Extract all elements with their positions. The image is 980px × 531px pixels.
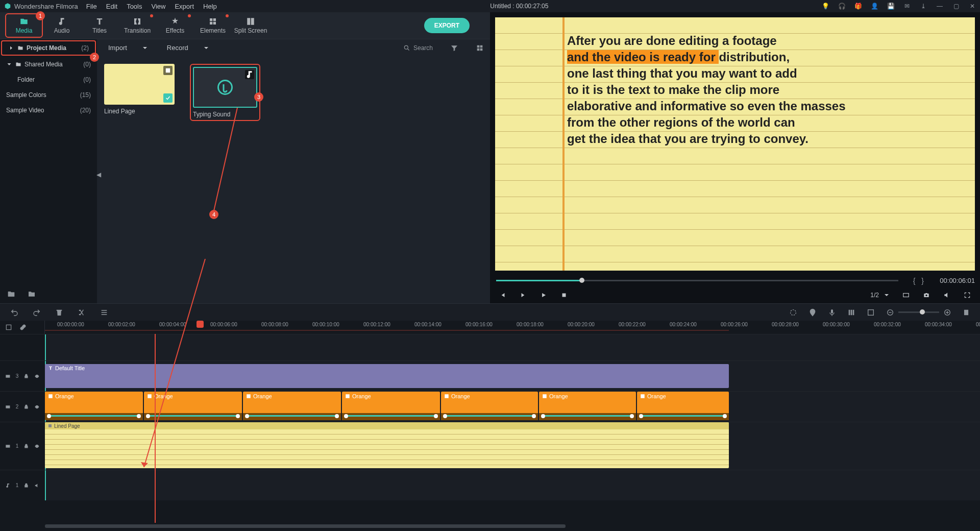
sidebar-item-project-media[interactable]: Project Media (2) 2: [1, 40, 96, 56]
record-dropdown[interactable]: Record: [162, 41, 214, 55]
ruler-tick: 00:00:14:00: [414, 322, 442, 327]
close-icon[interactable]: ✕: [969, 3, 976, 10]
render-icon[interactable]: [789, 308, 797, 317]
ruler-tick: 00:00:00:00: [57, 322, 84, 327]
menu-file[interactable]: File: [86, 3, 97, 10]
tab-media[interactable]: Media 1: [5, 13, 43, 38]
play-icon[interactable]: [540, 292, 547, 299]
zoom-slider[interactable]: [886, 308, 951, 317]
import-dropdown[interactable]: Import: [103, 41, 153, 55]
marker1-icon[interactable]: [808, 308, 817, 317]
menu-help[interactable]: Help: [203, 3, 217, 10]
prev-frame-icon[interactable]: [499, 292, 506, 299]
zoom-in-icon[interactable]: [943, 308, 951, 317]
gift-icon[interactable]: 🎁: [854, 3, 862, 10]
orange-clip[interactable]: Orange: [342, 392, 440, 420]
collapse-sidebar-icon[interactable]: ◀: [96, 171, 101, 178]
preview-text: After you are done editing a footageand …: [567, 33, 846, 147]
quality-icon[interactable]: [902, 292, 910, 299]
undo-icon[interactable]: [10, 308, 18, 317]
marker2-icon[interactable]: [867, 308, 875, 317]
tab-titles[interactable]: Titles: [81, 13, 118, 38]
redo-icon[interactable]: [33, 308, 41, 317]
orange-clip[interactable]: Orange: [45, 392, 143, 420]
zoom-out-icon[interactable]: [886, 308, 894, 317]
ruler-tick: 00:00:24:00: [670, 322, 697, 327]
edit-options-icon[interactable]: [100, 308, 108, 317]
tab-audio[interactable]: Audio: [43, 13, 81, 38]
mark-in-icon[interactable]: {: [913, 277, 916, 285]
menu-tools[interactable]: Tools: [127, 3, 142, 10]
track-head-1[interactable]: 1: [0, 422, 45, 470]
menu-export[interactable]: Export: [175, 3, 194, 10]
next-frame-icon[interactable]: [520, 292, 527, 299]
sidebar-item-sample-colors[interactable]: Sample Colors(15): [0, 87, 97, 103]
link-icon[interactable]: [19, 324, 27, 331]
eye-icon[interactable]: [34, 443, 40, 449]
mail-icon[interactable]: ✉: [903, 3, 911, 10]
orange-clip[interactable]: Orange: [441, 392, 538, 420]
svg-rect-23: [445, 394, 449, 398]
save-icon[interactable]: 💾: [887, 3, 894, 10]
track-head-a1[interactable]: 1: [0, 470, 45, 500]
svg-rect-24: [543, 394, 547, 398]
orange-clip[interactable]: Orange: [637, 392, 729, 420]
title-right-icons: 💡 🎧 🎁 👤 💾 ✉ ⤓ — ▢ ✕: [822, 3, 976, 10]
stop-icon[interactable]: [560, 292, 568, 299]
search-input[interactable]: Search: [403, 44, 433, 52]
minimize-icon[interactable]: —: [936, 3, 943, 10]
open-folder-icon[interactable]: [28, 290, 36, 298]
ruler-tick: 00:00:02:00: [108, 322, 135, 327]
headset-icon[interactable]: 🎧: [838, 3, 845, 10]
eye-icon[interactable]: [34, 404, 40, 410]
thumb-lined-page[interactable]: Lined Page: [104, 64, 175, 121]
orange-clip[interactable]: Orange: [539, 392, 636, 420]
tab-split-screen[interactable]: Split Screen: [232, 13, 270, 38]
filter-icon[interactable]: [450, 44, 458, 52]
tab-effects[interactable]: Effects: [156, 13, 194, 38]
volume-icon[interactable]: [943, 292, 950, 299]
lock-icon[interactable]: [23, 482, 29, 489]
volume-icon[interactable]: [34, 482, 40, 489]
sidebar-item-folder[interactable]: Folder(0): [0, 72, 97, 87]
mixer-icon[interactable]: [847, 308, 855, 317]
svg-rect-13: [964, 309, 968, 315]
lock-icon[interactable]: [23, 373, 29, 379]
new-folder-icon[interactable]: [7, 290, 15, 298]
lock-icon[interactable]: [23, 443, 29, 449]
delete-icon[interactable]: [55, 308, 63, 317]
eye-icon[interactable]: [34, 373, 40, 379]
lock-icon[interactable]: [23, 404, 29, 410]
slider-knob[interactable]: [579, 278, 584, 283]
sidebar-item-shared-media[interactable]: Shared Media(0): [0, 57, 97, 72]
zoom-fit-icon[interactable]: [963, 308, 970, 317]
tab-elements[interactable]: Elements: [194, 13, 232, 38]
tab-transition[interactable]: Transition: [118, 13, 156, 38]
lightbulb-icon[interactable]: 💡: [822, 3, 829, 10]
download-icon[interactable]: ⤓: [920, 3, 927, 10]
timeline-scrollbar[interactable]: [0, 523, 980, 530]
timeline-options-icon[interactable]: [5, 324, 12, 331]
track-head-2[interactable]: 2: [0, 392, 45, 422]
preview-slider[interactable]: {} 00:00:06:01: [495, 276, 975, 285]
menu-view[interactable]: View: [151, 3, 165, 10]
export-button[interactable]: EXPORT: [424, 18, 470, 33]
audio-track-1: 1: [0, 470, 980, 500]
video-track-icon: [5, 373, 11, 379]
thumb-typing-sound[interactable]: Typing Sound 3: [190, 64, 260, 121]
snapshot-icon[interactable]: [923, 292, 930, 299]
track-head-3[interactable]: 3: [0, 361, 45, 391]
orange-clip[interactable]: Orange: [243, 392, 341, 420]
app-name: Wondershare Filmora: [4, 3, 78, 10]
split-icon[interactable]: [78, 308, 86, 317]
user-icon[interactable]: 👤: [871, 3, 878, 10]
svg-rect-19: [48, 394, 53, 398]
maximize-icon[interactable]: ▢: [952, 3, 960, 10]
fullscreen-icon[interactable]: [964, 292, 971, 299]
voiceover-icon[interactable]: [828, 308, 836, 317]
grid-view-icon[interactable]: [476, 44, 484, 52]
menu-edit[interactable]: Edit: [106, 3, 117, 10]
sidebar-item-sample-video[interactable]: Sample Video(20): [0, 103, 97, 118]
mark-out-icon[interactable]: }: [921, 277, 924, 285]
page-selector[interactable]: 1/2: [870, 292, 889, 299]
